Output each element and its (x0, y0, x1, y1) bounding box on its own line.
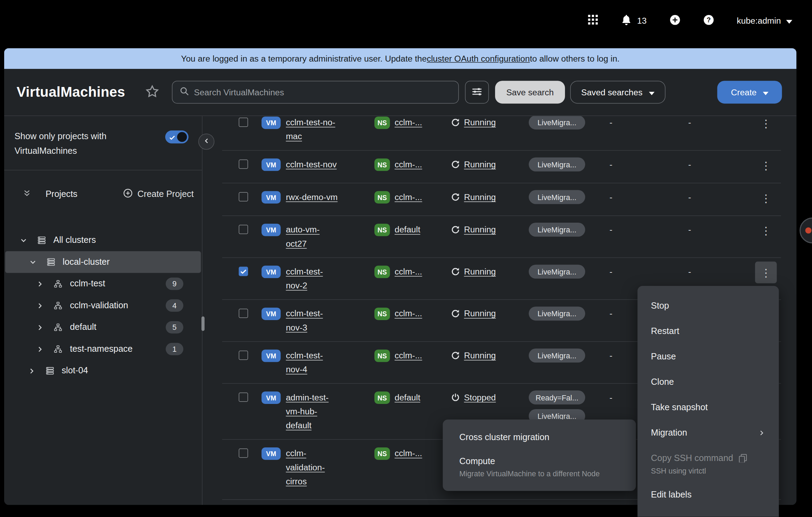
create-project-button[interactable]: Create Project (124, 188, 194, 200)
cell-value: - (606, 190, 684, 204)
tree-item-cclm-validation[interactable]: cclm-validation4 (4, 295, 202, 317)
namespace-link[interactable]: cclm-... (395, 116, 422, 129)
chevron-right-icon[interactable] (28, 367, 36, 375)
menu-item-label: Stop (651, 299, 669, 313)
oauth-config-link[interactable]: cluster OAuth configuration (427, 54, 530, 63)
menu-item-restart[interactable]: Restart (637, 318, 779, 344)
submenu-item-description: Migrate VirtualMachine to a different No… (459, 468, 619, 480)
row-actions-kebab[interactable]: ⋮ (755, 187, 777, 209)
tree-item-local-cluster[interactable]: local-cluster (5, 251, 201, 273)
row-checkbox[interactable] (239, 118, 248, 127)
save-search-button[interactable]: Save search (495, 81, 565, 103)
row-checkbox[interactable] (239, 351, 248, 360)
quick-create-button[interactable] (669, 14, 680, 27)
app-launcher-button[interactable] (588, 15, 598, 27)
vm-name-link[interactable]: cclm-test-nov-4 (286, 349, 338, 376)
lightspeed-button[interactable] (799, 217, 812, 243)
vm-actions-menu: StopRestartPauseCloneTake snapshotMigrat… (637, 286, 779, 517)
projects-filter-toggle[interactable] (165, 130, 189, 143)
submenu-item-label: Compute (459, 455, 619, 468)
vm-status-link[interactable]: Running (464, 307, 496, 320)
help-button[interactable]: ? (703, 14, 714, 27)
row-checkbox[interactable] (239, 309, 248, 318)
vm-status-link[interactable]: Stopped (464, 390, 496, 404)
vm-status-link[interactable]: Running (464, 116, 496, 129)
vm-status-link[interactable]: Running (464, 190, 496, 204)
submenu-item-compute[interactable]: ComputeMigrate VirtualMachine to a diffe… (443, 450, 636, 485)
vm-name-link[interactable]: admin-test-vm-hub-default (286, 390, 338, 432)
namespace-link[interactable]: cclm-... (395, 446, 422, 460)
menu-item-stop[interactable]: Stop (637, 293, 779, 319)
projects-row: Projects Create Project (4, 183, 202, 205)
vm-name-link[interactable]: cclm-test-nov (286, 158, 338, 172)
row-checkbox[interactable] (239, 392, 248, 402)
submenu-item-cross-cluster-migration[interactable]: Cross cluster migration (443, 426, 636, 450)
notifications-button[interactable]: 13 (621, 14, 646, 27)
condition-label: LiveMigra... (529, 349, 585, 363)
namespace-link[interactable]: default (395, 223, 420, 237)
chevron-right-icon[interactable] (36, 302, 45, 309)
menu-item-migration[interactable]: Migration (637, 420, 779, 445)
sidebar-collapse-button[interactable] (198, 134, 214, 150)
menu-item-pause[interactable]: Pause (637, 344, 779, 369)
projects-heading: Projects (46, 189, 77, 199)
namespace-link[interactable]: cclm-... (395, 307, 422, 320)
row-checkbox[interactable] (239, 267, 248, 276)
username: kube:admin (737, 16, 781, 25)
vm-name-link[interactable]: cclm-validation-cirros (286, 446, 338, 488)
namespace-link[interactable]: cclm-... (395, 265, 422, 279)
row-checkbox[interactable] (239, 192, 248, 201)
cell-value: - (684, 223, 751, 237)
vm-name-link[interactable]: cclm-test-nov-2 (286, 265, 338, 293)
create-button[interactable]: Create (717, 81, 782, 103)
chevron-right-icon[interactable] (36, 324, 45, 331)
vm-name-link[interactable]: cclm-test-no-mac (286, 116, 338, 143)
vm-badge: VM (262, 350, 281, 362)
menu-item-label: Pause (651, 350, 676, 364)
vm-status-link[interactable]: Running (464, 223, 496, 237)
vm-name-link[interactable]: auto-vm-oct27 (286, 223, 338, 250)
vm-status-link[interactable]: Running (464, 349, 496, 363)
saved-searches-button[interactable]: Saved searches (570, 81, 665, 103)
tree-item-slot-04[interactable]: slot-04 (4, 360, 202, 382)
vm-status-link[interactable]: Running (464, 158, 496, 172)
row-actions-kebab[interactable]: ⋮ (755, 116, 777, 134)
chevron-right-icon[interactable] (36, 345, 45, 353)
row-checkbox[interactable] (239, 225, 248, 234)
banner-text-after: to allow others to log in. (530, 54, 620, 63)
vm-status-link[interactable]: Running (464, 265, 496, 279)
project-icon (54, 301, 63, 310)
chevron-right-icon[interactable] (36, 280, 45, 288)
tree-item-all-clusters[interactable]: All clusters (4, 229, 202, 251)
vm-name-link[interactable]: cclm-test-nov-3 (286, 307, 338, 334)
filter-button[interactable] (465, 81, 488, 103)
row-actions-kebab[interactable]: ⋮ (755, 220, 777, 241)
tree-item-cclm-test[interactable]: cclm-test9 (4, 273, 202, 295)
row-actions-kebab[interactable]: ⋮ (755, 262, 777, 284)
copy-icon (738, 454, 747, 462)
sidebar-resize-handle[interactable] (201, 316, 205, 331)
chevron-down-icon[interactable] (20, 237, 28, 244)
favorite-star-button[interactable] (145, 84, 159, 100)
row-actions-kebab[interactable]: ⋮ (755, 154, 777, 176)
caret-down-icon (763, 87, 769, 97)
search-input[interactable] (194, 87, 451, 97)
menu-item-take-snapshot[interactable]: Take snapshot (637, 395, 779, 420)
tree-item-test-namespace[interactable]: test-namespace1 (4, 338, 202, 360)
menu-item-clone[interactable]: Clone (637, 369, 779, 395)
caret-down-icon (786, 16, 793, 25)
menu-item-copy-ssh-command[interactable]: Copy SSH commandSSH using virtctl (637, 445, 779, 482)
plus-circle-icon (669, 14, 680, 27)
user-menu[interactable]: kube:admin (737, 16, 793, 25)
namespace-link[interactable]: cclm-... (395, 190, 422, 204)
namespace-link[interactable]: default (395, 390, 420, 404)
tree-item-default[interactable]: default5 (4, 316, 202, 338)
vm-name-link[interactable]: rwx-demo-vm (286, 190, 338, 204)
menu-item-edit-labels[interactable]: Edit labels (637, 482, 779, 508)
expand-all-icon[interactable] (23, 189, 31, 199)
namespace-link[interactable]: cclm-... (395, 158, 422, 172)
namespace-link[interactable]: cclm-... (395, 349, 422, 363)
row-checkbox[interactable] (239, 448, 248, 458)
row-checkbox[interactable] (239, 159, 248, 169)
chevron-down-icon[interactable] (29, 258, 37, 266)
